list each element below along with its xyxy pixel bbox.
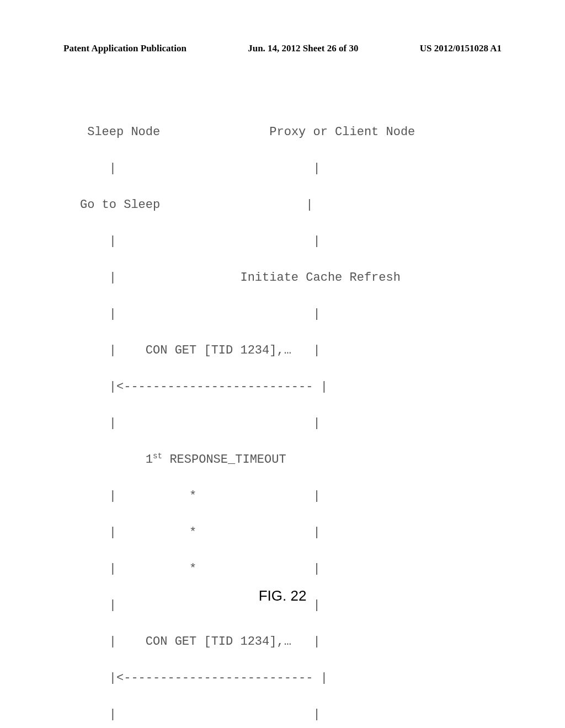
diagram-sleep: Go to Sleep | [80,196,502,214]
con-get-1-text: CON GET [TID 1234],… [146,344,291,357]
page-header: Patent Application Publication Jun. 14, … [63,43,502,54]
diagram-dots: | * | [80,560,502,578]
header-center: Jun. 14, 2012 Sheet 26 of 30 [248,43,358,54]
header-left: Patent Application Publication [63,43,186,54]
diagram-dots: | * | [80,523,502,542]
diagram-rails: | | [80,305,502,323]
diagram-header-nodes: Sleep Node Proxy or Client Node [80,123,502,141]
diagram-con-get-2: | CON GET [TID 1234],… | [80,633,502,651]
header-right: US 2012/0151028 A1 [420,43,502,54]
sequence-diagram: Sleep Node Proxy or Client Node | | Go t… [80,105,502,728]
first-timeout-label: RESPONSE_TIMEOUT [162,453,286,467]
sleep-node-label: Sleep Node [87,125,160,139]
diagram-arrow-1: |<-------------------------- | [80,378,502,396]
diagram-con-get-1: | CON GET [TID 1234],… | [80,341,502,360]
diagram-arrow-2: |<-------------------------- | [80,669,502,687]
diagram-initiate: | Initiate Cache Refresh [80,269,502,287]
figure-label: FIG. 22 [0,587,565,604]
first-ordinal: st [153,452,162,461]
arrow-left-1: |<-------------------------- [109,380,313,394]
diagram-rails: | | [80,159,502,178]
arrow-left-2: |<-------------------------- [109,671,313,685]
diagram-dots: | * | [80,487,502,505]
diagram-rails: | | [80,414,502,432]
initiate-cache-text: Initiate Cache Refresh [240,271,400,285]
diagram-rails: | | [80,232,502,250]
proxy-client-label: Proxy or Client Node [269,125,415,139]
diagram-rails: | | [80,705,502,724]
diagram-timeout-1: 1st RESPONSE_TIMEOUT [80,451,502,469]
con-get-2-text: CON GET [TID 1234],… [146,635,291,649]
go-to-sleep-text: Go to Sleep [80,198,160,212]
